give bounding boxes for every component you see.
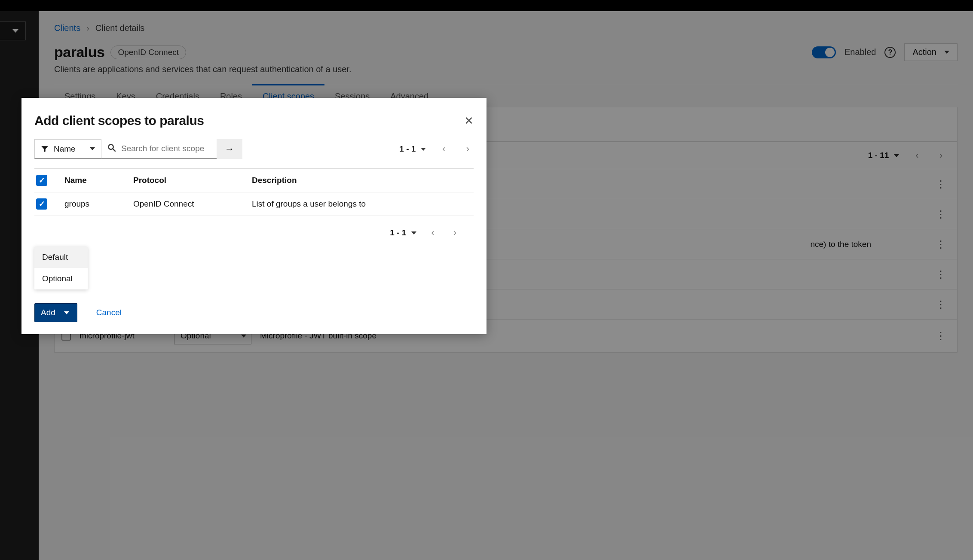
pager-range: 1 - 1 <box>399 144 416 154</box>
row-protocol: OpenID Connect <box>133 199 252 209</box>
client-scope-table: ✓ Name Protocol Description ✓ groups Ope… <box>34 169 474 216</box>
search-field[interactable] <box>101 139 217 159</box>
add-type-menu: Default Optional <box>34 247 88 289</box>
svg-line-1 <box>113 149 116 152</box>
add-option-default[interactable]: Default <box>34 247 88 268</box>
col-header-protocol[interactable]: Protocol <box>133 176 252 185</box>
search-input[interactable] <box>121 144 223 153</box>
pager-range: 1 - 1 <box>390 228 406 237</box>
col-header-description[interactable]: Description <box>252 176 472 185</box>
caret-down-icon <box>90 147 95 150</box>
table-header: ✓ Name Protocol Description <box>34 169 474 192</box>
search-icon <box>107 143 116 154</box>
filter-attribute-select[interactable]: Name <box>34 139 101 159</box>
caret-down-icon[interactable] <box>411 231 416 234</box>
modal-title: Add client scopes to paralus <box>34 113 204 128</box>
select-all-checkbox[interactable]: ✓ <box>36 175 47 186</box>
caret-down-icon[interactable] <box>421 148 426 151</box>
pager-next[interactable]: › <box>449 227 461 238</box>
modal-top-pager: 1 - 1 ‹ › <box>399 143 474 155</box>
pager-prev[interactable]: ‹ <box>438 143 450 155</box>
row-name: groups <box>64 199 133 209</box>
pager-next[interactable]: › <box>462 143 474 155</box>
col-header-name[interactable]: Name <box>64 176 133 185</box>
add-client-scopes-modal: Add client scopes to paralus ✕ Name → <box>21 98 486 334</box>
add-option-optional[interactable]: Optional <box>34 268 88 289</box>
svg-point-0 <box>109 145 113 149</box>
add-label: Add <box>41 308 55 317</box>
close-icon[interactable]: ✕ <box>464 114 474 128</box>
row-description: List of groups a user belongs to <box>252 199 472 209</box>
arrow-right-icon: → <box>225 143 234 155</box>
row-checkbox[interactable]: ✓ <box>36 198 47 210</box>
modal-bottom-pager: 1 - 1 ‹ › <box>21 216 486 238</box>
caret-down-icon <box>64 311 69 314</box>
add-button[interactable]: Add <box>34 303 77 322</box>
search-submit-button[interactable]: → <box>217 139 242 159</box>
table-row: ✓ groups OpenID Connect List of groups a… <box>34 192 474 216</box>
filter-icon <box>41 145 49 153</box>
pager-prev[interactable]: ‹ <box>427 227 438 238</box>
filter-label: Name <box>54 144 76 154</box>
cancel-button[interactable]: Cancel <box>96 308 122 317</box>
